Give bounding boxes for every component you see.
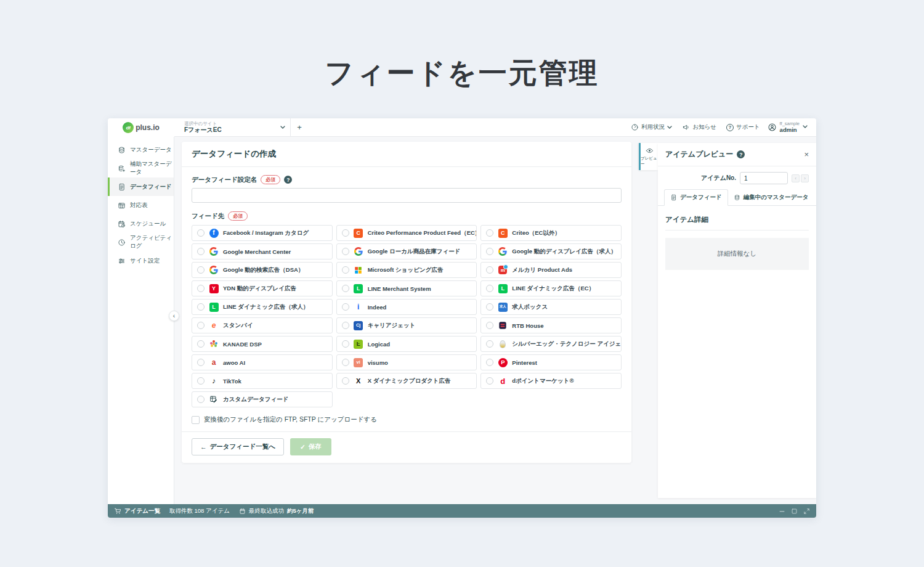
feed-option[interactable]: Y YDN 動的ディスプレイ広告	[192, 280, 333, 296]
feed-option[interactable]: Google Merchant Center	[192, 243, 333, 259]
feed-option[interactable]: 求人 求人ボックス	[480, 299, 622, 315]
add-site-button[interactable]: +	[291, 118, 308, 136]
radio-button[interactable]	[486, 229, 493, 237]
feed-option[interactable]: L LINE Merchant System	[336, 280, 477, 296]
radio-button[interactable]	[342, 303, 349, 311]
topbar-link-label: 利用状況	[641, 123, 665, 131]
preview-tab[interactable]: データフィード	[664, 189, 728, 206]
radio-button[interactable]	[342, 359, 349, 366]
feed-option[interactable]: C Criteo（EC以外）	[480, 225, 622, 241]
item-no-input[interactable]	[740, 172, 788, 184]
feed-name-input[interactable]	[192, 188, 622, 203]
item-list-button[interactable]: アイテム一覧	[114, 507, 160, 515]
radio-button[interactable]	[342, 266, 349, 274]
radio-button[interactable]	[197, 303, 205, 311]
feed-option[interactable]: Google 動的検索広告（DSA）	[192, 262, 333, 278]
save-button[interactable]: ✓ 保存	[290, 438, 331, 455]
item-no-label: アイテムNo.	[701, 174, 736, 182]
sidebar-item-mapping-table[interactable]: 対応表	[108, 196, 174, 214]
feed-option[interactable]: ♪ TikTok	[192, 373, 333, 389]
feed-option[interactable]: a awoo AI	[192, 354, 333, 370]
radio-button[interactable]	[342, 322, 349, 329]
radio-button[interactable]	[197, 229, 205, 237]
radio-button[interactable]	[197, 266, 205, 274]
schedule-icon	[118, 220, 126, 228]
expand-icon[interactable]	[803, 508, 810, 515]
sidebar-item-activity-log[interactable]: アクティビティログ	[108, 233, 174, 251]
feed-option[interactable]: d dポイントマーケット®	[480, 373, 622, 389]
back-to-feed-list-button[interactable]: ← データフィード一覧へ	[192, 438, 284, 455]
feed-option[interactable]: カスタムデータフィード	[192, 391, 333, 407]
feed-option[interactable]: シルバーエッグ・テクノロジー アイジェント	[480, 336, 622, 352]
feed-option[interactable]: X X ダイナミックプロダクト広告	[336, 373, 477, 389]
sidebar-item-data-feed[interactable]: データフィード	[108, 177, 174, 196]
radio-button[interactable]	[197, 248, 205, 255]
feed-option[interactable]: KANADE DSP	[192, 336, 333, 352]
sidebar-item-master-data[interactable]: マスターデータ	[108, 141, 174, 159]
radio-button[interactable]	[342, 285, 349, 292]
preview-tab[interactable]: 編集中のマスターデータ	[728, 189, 814, 205]
back-arrow-icon: ←	[200, 443, 207, 451]
ftp-upload-checkbox[interactable]	[192, 416, 200, 424]
feed-option[interactable]: L LINE ダイナミック広告（EC）	[480, 280, 622, 296]
item-detail-title: アイテム詳細	[665, 215, 809, 230]
radio-button[interactable]	[342, 248, 349, 255]
minimize-icon[interactable]	[779, 508, 785, 515]
topbar-link[interactable]: ? サポート	[726, 123, 760, 131]
help-icon[interactable]: ?	[284, 176, 292, 184]
feed-option[interactable]: P Pinterest	[480, 354, 622, 370]
radio-button[interactable]	[486, 303, 493, 311]
feed-option[interactable]: i Indeed	[336, 299, 477, 315]
feed-option[interactable]: Google 動的ディスプレイ広告（求人）	[480, 243, 622, 259]
activity-log-icon	[118, 239, 126, 247]
radio-button[interactable]	[486, 285, 493, 292]
feed-option[interactable]: Cj キャリアジェット	[336, 317, 477, 333]
site-selector[interactable]: 選択中のサイト FフォースEC	[174, 118, 290, 136]
feed-option[interactable]: vi visumo	[336, 354, 477, 370]
app-logo[interactable]: df plus.io	[108, 118, 174, 137]
feed-option[interactable]: f Facebook / Instagram カタログ	[192, 225, 333, 241]
feed-option-label: Google 動的ディスプレイ広告（求人）	[512, 248, 617, 256]
feed-option[interactable]: C Criteo Performance Product Feed（EC）	[336, 225, 477, 241]
help-icon[interactable]: ?	[737, 150, 745, 158]
feed-option[interactable]: Google ローカル商品在庫フィード	[336, 243, 477, 259]
radio-button[interactable]	[342, 377, 349, 385]
calendar-icon	[239, 508, 246, 515]
radio-button[interactable]	[197, 377, 205, 385]
preview-strip-tab[interactable]: プレビュー	[639, 143, 658, 170]
feed-option[interactable]: m メルカリ Product Ads	[480, 262, 622, 278]
sidebar-item-site-settings[interactable]: サイト設定	[108, 251, 174, 270]
topbar-link[interactable]: 利用状況	[631, 123, 672, 131]
sidebar-item-label: アクティビティログ	[130, 234, 174, 250]
sidebar-item-aux-master-data[interactable]: 補助マスターデータ	[108, 159, 174, 177]
radio-button[interactable]	[486, 248, 493, 255]
feed-option[interactable]: L LINE ダイナミック広告（求人）	[192, 299, 333, 315]
radio-button[interactable]	[486, 266, 493, 274]
feed-option[interactable]: Microsoft ショッピング広告	[336, 262, 477, 278]
sidebar-item-schedule[interactable]: スケジュール	[108, 214, 174, 233]
next-item-button[interactable]: ›	[801, 174, 809, 182]
radio-button[interactable]	[197, 322, 205, 329]
close-icon[interactable]: ×	[804, 150, 809, 158]
feed-option-label: KANADE DSP	[223, 341, 262, 348]
radio-button[interactable]	[197, 396, 205, 403]
radio-button[interactable]	[342, 340, 349, 348]
radio-button[interactable]	[197, 359, 205, 366]
radio-button[interactable]	[486, 322, 493, 329]
topbar-link[interactable]: お知らせ	[682, 123, 716, 131]
radio-button[interactable]	[486, 359, 493, 366]
radio-button[interactable]	[197, 285, 205, 292]
prev-item-button[interactable]: ‹	[792, 174, 800, 182]
google-icon	[354, 247, 363, 256]
feed-option[interactable]: e スタンバイ	[192, 317, 333, 333]
radio-button[interactable]	[197, 340, 205, 348]
radio-button[interactable]	[486, 377, 493, 385]
feed-option[interactable]: Ŀ Logicad	[336, 336, 477, 352]
radio-button[interactable]	[342, 229, 349, 237]
radio-button[interactable]	[486, 340, 493, 348]
sidebar-collapse-button[interactable]: ‹	[169, 311, 179, 321]
maximize-icon[interactable]	[791, 508, 798, 515]
microsoft-icon	[354, 265, 363, 275]
feed-option[interactable]: RTB House	[480, 317, 622, 333]
user-menu[interactable]: ff_sample admin	[768, 121, 808, 133]
